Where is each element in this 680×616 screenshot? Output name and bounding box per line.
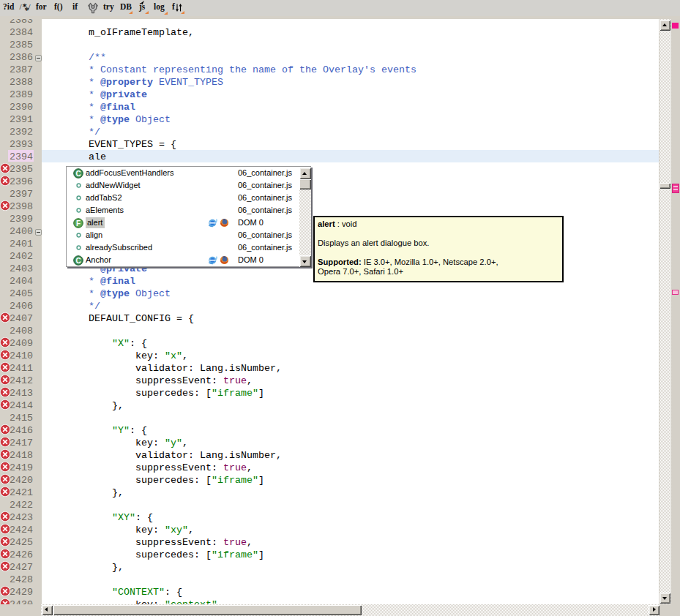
svg-text:C: C [75,170,81,178]
svg-text:F: F [76,219,81,228]
svg-text:C: C [75,257,81,265]
